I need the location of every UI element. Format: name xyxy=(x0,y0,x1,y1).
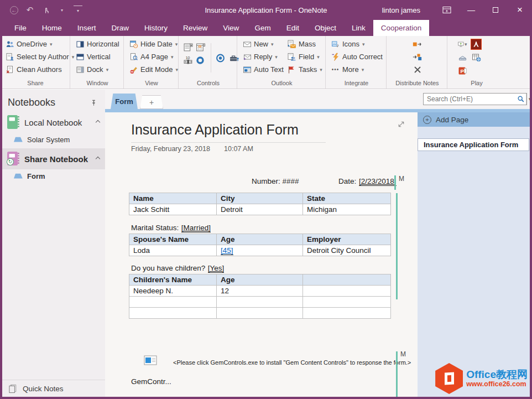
combobox-control-icon[interactable] xyxy=(184,43,193,52)
date-field-link[interactable]: [2/23/2018] xyxy=(359,177,397,186)
edit-mode-button[interactable]: Edit Mode xyxy=(127,63,180,76)
children-header-age[interactable]: Age xyxy=(217,274,303,286)
empty-row-cell[interactable] xyxy=(129,297,217,308)
tab-edit[interactable]: Edit xyxy=(279,20,307,36)
children-header-empty[interactable] xyxy=(303,274,391,286)
applicant-header-name[interactable]: Name xyxy=(129,193,217,204)
tab-review[interactable]: Review xyxy=(175,20,215,36)
child-age-cell[interactable]: 12 xyxy=(217,286,303,297)
page-title[interactable]: Insurance Application Form xyxy=(131,122,299,138)
dock-button[interactable]: Dock xyxy=(74,63,121,76)
section-form[interactable]: Form xyxy=(2,169,105,183)
applicant-table[interactable]: Name City State Jack Schitt Detroit Mich… xyxy=(129,193,391,215)
back-icon[interactable]: ← xyxy=(10,6,18,14)
pin-icon[interactable] xyxy=(89,98,98,107)
collect-notes-icon[interactable] xyxy=(413,50,422,63)
empty-row-cell[interactable] xyxy=(129,308,217,319)
icons-button[interactable]: ♪ Icons xyxy=(329,38,384,50)
attachment-filename[interactable]: GemContr... xyxy=(131,377,171,386)
mass-button[interactable]: Mass xyxy=(285,38,324,50)
touch-mode-dropdown-icon[interactable]: ▾ xyxy=(58,6,66,14)
empty-row-cell[interactable] xyxy=(303,297,391,308)
new-mail-button[interactable]: New xyxy=(241,38,285,50)
number-field-label[interactable]: Number: #### xyxy=(252,177,299,185)
presenter-icon[interactable] xyxy=(458,40,467,49)
section-solar-system[interactable]: Solar System xyxy=(2,133,105,146)
radio-control-icon[interactable] xyxy=(216,53,225,63)
onedrive-button[interactable]: OneDrive xyxy=(3,38,76,50)
quick-notes-button[interactable]: Quick Notes xyxy=(2,380,105,397)
spouse-name-cell[interactable]: Loda xyxy=(129,245,217,256)
web-table-icon[interactable] xyxy=(472,53,481,63)
a4-page-button[interactable]: A4 Page xyxy=(127,50,180,63)
empty-row-cell[interactable] xyxy=(217,297,303,308)
minimize-button[interactable]: — xyxy=(459,0,483,20)
applicant-city-cell[interactable]: Detroit xyxy=(217,204,303,215)
chevron-up-icon[interactable] xyxy=(96,120,100,125)
more-button[interactable]: ••• More xyxy=(329,63,384,76)
scanner-icon[interactable] xyxy=(458,53,467,63)
spouse-header-age[interactable]: Age xyxy=(217,234,303,245)
search-scope-dropdown-icon[interactable]: ▾ xyxy=(526,94,532,105)
hide-date-button[interactable]: Hide Date xyxy=(127,38,180,50)
clean-authors-button[interactable]: Clean Authors xyxy=(3,63,76,76)
close-button[interactable]: × xyxy=(508,0,532,20)
tab-history[interactable]: History xyxy=(137,20,175,36)
new-section-tab[interactable]: + xyxy=(140,95,163,109)
field-button[interactable]: Field xyxy=(285,50,324,63)
toggle-control-icon[interactable] xyxy=(196,55,205,65)
page-list-item-selected[interactable]: Insurance Application Form xyxy=(418,138,529,151)
select-by-author-button[interactable]: Select by Author xyxy=(3,50,76,63)
search-box[interactable]: ▾ xyxy=(423,93,527,105)
auto-correct-button[interactable]: Auto Correct xyxy=(329,50,384,63)
tab-insert[interactable]: Insert xyxy=(70,20,104,36)
spouse-header-employer[interactable]: Employer xyxy=(303,234,391,245)
tab-object[interactable]: Object xyxy=(307,20,344,36)
send-notes-icon[interactable] xyxy=(413,38,422,50)
customize-qat-icon[interactable]: ▾ xyxy=(74,6,82,14)
spouse-table[interactable]: Spouse's Name Age Employer Loda [45] Det… xyxy=(129,234,391,256)
maximize-button[interactable] xyxy=(483,0,508,20)
powerpoint-icon[interactable]: P xyxy=(458,66,467,76)
delete-notes-icon[interactable] xyxy=(413,63,422,76)
tab-link[interactable]: Link xyxy=(344,20,373,36)
page-canvas[interactable]: Insurance Application Form Friday, Febru… xyxy=(105,112,418,397)
empty-row-cell[interactable] xyxy=(217,308,303,319)
children-answer-link[interactable]: [Yes] xyxy=(208,264,225,273)
tab-gem[interactable]: Gem xyxy=(247,20,278,36)
child-empty-cell[interactable] xyxy=(303,286,391,297)
spouse-employer-cell[interactable]: Detroit City Council xyxy=(303,245,391,256)
children-header-name[interactable]: Children's Name xyxy=(129,274,217,286)
expand-page-icon[interactable] xyxy=(397,120,406,129)
undo-icon[interactable]: ↶ xyxy=(25,6,34,14)
child-name-cell[interactable]: Needeep N. xyxy=(129,286,217,297)
tab-view[interactable]: View xyxy=(215,20,247,36)
applicant-header-state[interactable]: State xyxy=(303,193,391,204)
spouse-header-name[interactable]: Spouse's Name xyxy=(129,234,217,245)
search-input[interactable] xyxy=(424,95,516,103)
user-account[interactable]: linton james xyxy=(382,6,420,14)
empty-row-cell[interactable] xyxy=(303,308,391,319)
tasks-button[interactable]: Tasks xyxy=(285,63,324,76)
applicant-state-cell[interactable]: Michigan xyxy=(303,204,391,215)
attachment-window-icon[interactable] xyxy=(144,355,157,366)
children-table[interactable]: Children's Name Age Needeep N. 12 xyxy=(129,274,391,319)
tab-file[interactable]: File xyxy=(7,20,34,36)
pdf-icon[interactable] xyxy=(471,39,482,50)
datepicker-control-icon[interactable] xyxy=(196,43,205,52)
reply-button[interactable]: Reply xyxy=(241,50,285,63)
vertical-button[interactable]: Vertical xyxy=(74,50,121,63)
applicant-header-city[interactable]: City xyxy=(217,193,303,204)
marital-status-link[interactable]: [Married] xyxy=(181,224,211,232)
notebook-share[interactable]: ↻ Share Notebook xyxy=(2,148,105,169)
spouse-age-link[interactable]: [45] xyxy=(221,246,233,255)
search-icon[interactable] xyxy=(516,95,526,104)
ribbon-display-options-icon[interactable] xyxy=(435,0,459,20)
auto-text-button[interactable]: Auto Text xyxy=(241,63,285,76)
horizontal-button[interactable]: Horizontal xyxy=(74,38,121,50)
tab-cooperation[interactable]: Cooperation xyxy=(373,20,430,36)
spouse-age-cell[interactable]: [45] xyxy=(217,245,303,256)
tab-home[interactable]: Home xyxy=(34,20,70,36)
chevron-up-icon[interactable] xyxy=(96,157,100,161)
spinner-control-icon[interactable]: 10 xyxy=(184,55,193,65)
